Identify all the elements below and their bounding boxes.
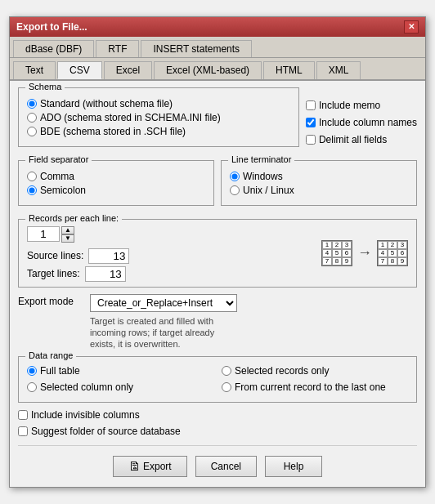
- cancel-button-label: Cancel: [211, 461, 241, 472]
- unix-row: Unix / Linux: [230, 185, 408, 196]
- tab-text[interactable]: Text: [13, 61, 56, 79]
- include-memo-checkbox[interactable]: [306, 100, 316, 110]
- schema-standard-radio[interactable]: [27, 99, 37, 109]
- close-button[interactable]: ✕: [404, 20, 419, 33]
- tab-rtf[interactable]: RTF: [96, 40, 139, 57]
- grid-cell: 5: [388, 249, 397, 257]
- export-button[interactable]: 🖺 Export: [113, 456, 187, 477]
- suggest-folder-checkbox[interactable]: [18, 426, 28, 436]
- grid-preview: 1 2 3 4 5 6 7 8 9 → 1 2 3 4 5 6: [321, 240, 408, 266]
- records-stats: ▲ ▼ Source lines: Target lines:: [27, 226, 129, 282]
- windows-radio[interactable]: [230, 172, 240, 181]
- selected-column-row: Selected column only: [27, 381, 213, 393]
- invisible-columns-label: Include invisible columns: [31, 409, 140, 421]
- semicolon-row: Semicolon: [27, 185, 205, 196]
- invisible-columns-checkbox[interactable]: [18, 410, 28, 420]
- target-lines-row: Target lines:: [27, 266, 129, 282]
- grid-cell: 4: [322, 249, 332, 257]
- grid-cell: 7: [378, 257, 388, 265]
- records-group: Records per each line: ▲ ▼ Source lines:: [18, 219, 417, 288]
- schema-group: Schema Standard (without schema file) AD…: [18, 87, 299, 147]
- spinner-buttons: ▲ ▼: [61, 226, 74, 243]
- source-lines-label: Source lines:: [27, 250, 83, 261]
- tab-insert[interactable]: INSERT statements: [141, 40, 252, 57]
- export-button-label: Export: [143, 461, 172, 472]
- source-grid: 1 2 3 4 5 6 7 8 9: [321, 240, 352, 266]
- export-mode-description: Target is created and filled with incomi…: [90, 315, 237, 350]
- include-column-names-checkbox[interactable]: [306, 118, 316, 127]
- target-lines-label: Target lines:: [27, 268, 80, 279]
- schema-ado-label: ADO (schema stored in SCHEMA.INI file): [40, 112, 221, 123]
- grid-cell: 3: [397, 241, 407, 249]
- source-lines-row: Source lines:: [27, 248, 129, 264]
- grid-cell: 6: [342, 249, 352, 257]
- grid-cell: 7: [322, 257, 332, 265]
- windows-row: Windows: [230, 171, 408, 182]
- comma-row: Comma: [27, 171, 205, 182]
- full-table-label: Full table: [40, 365, 80, 377]
- schema-ado-row: ADO (schema stored in SCHEMA.INI file): [27, 112, 290, 123]
- tab-html[interactable]: HTML: [263, 61, 315, 79]
- include-memo-row: Include memo: [306, 100, 417, 111]
- cancel-button[interactable]: Cancel: [195, 456, 257, 477]
- window-title: Export to File...: [16, 21, 87, 33]
- delimit-all-fields-label: Delimit all fields: [319, 134, 387, 145]
- tab-excel[interactable]: Excel: [104, 61, 152, 79]
- tab-csv[interactable]: CSV: [57, 61, 102, 79]
- schema-bde-label: BDE (schema stored in .SCH file): [40, 126, 186, 137]
- grid-cell: 4: [378, 249, 388, 257]
- from-current-label: From current record to the last one: [235, 381, 386, 393]
- grid-cell: 2: [388, 241, 397, 249]
- options-group: Include memo Include column names Delimi…: [306, 87, 417, 154]
- schema-standard-row: Standard (without schema file): [27, 98, 290, 109]
- delimit-all-fields-row: Delimit all fields: [306, 134, 417, 145]
- unix-label: Unix / Linux: [243, 185, 294, 196]
- export-mode-select[interactable]: Create_or_Replace+Insert Append Create_o…: [90, 294, 237, 312]
- full-table-row: Full table: [27, 365, 213, 377]
- delimit-all-fields-checkbox[interactable]: [306, 135, 316, 145]
- comma-radio[interactable]: [27, 172, 37, 181]
- selected-column-radio[interactable]: [27, 382, 37, 392]
- include-column-names-row: Include column names: [306, 117, 417, 128]
- export-mode-label: Export mode: [18, 294, 83, 307]
- tab-dbase[interactable]: dBase (DBF): [13, 40, 94, 57]
- data-range-label: Data range: [25, 350, 76, 360]
- help-button-label: Help: [284, 461, 304, 472]
- schema-ado-radio[interactable]: [27, 113, 37, 123]
- second-tab-bar: Text CSV Excel Excel (XML-based) HTML XM…: [10, 58, 425, 81]
- schema-bde-radio[interactable]: [27, 127, 37, 136]
- source-lines-input[interactable]: [88, 248, 129, 264]
- main-window: Export to File... ✕ dBase (DBF) RTF INSE…: [9, 16, 426, 488]
- schema-standard-label: Standard (without schema file): [40, 98, 173, 109]
- include-column-names-label: Include column names: [319, 117, 417, 128]
- selected-records-row: Selected records only: [222, 365, 408, 377]
- tab-excel-xml[interactable]: Excel (XML-based): [154, 61, 262, 79]
- selected-records-radio[interactable]: [222, 366, 231, 376]
- records-spinner: ▲ ▼: [27, 226, 74, 243]
- semicolon-radio[interactable]: [27, 185, 37, 195]
- suggest-folder-row: Suggest folder of source database: [18, 426, 417, 437]
- data-range-options: Full table Selected records only Selecte…: [27, 365, 408, 395]
- target-lines-input[interactable]: [85, 266, 126, 282]
- spinner-down[interactable]: ▼: [61, 234, 74, 243]
- from-current-row: From current record to the last one: [222, 381, 408, 393]
- unix-radio[interactable]: [230, 185, 240, 195]
- records-per-line-input[interactable]: [27, 226, 60, 242]
- top-tab-bar: dBase (DBF) RTF INSERT statements: [10, 37, 425, 58]
- grid-cell: 8: [332, 257, 342, 265]
- suggest-folder-label: Suggest folder of source database: [31, 426, 181, 437]
- spinner-up[interactable]: ▲: [61, 226, 74, 234]
- field-separator-label: Field separator: [25, 154, 92, 164]
- tab-xml[interactable]: XML: [316, 61, 361, 79]
- from-current-radio[interactable]: [222, 382, 231, 392]
- grid-cell: 8: [388, 257, 397, 265]
- schema-bde-row: BDE (schema stored in .SCH file): [27, 126, 290, 137]
- grid-cell: 5: [332, 249, 342, 257]
- comma-label: Comma: [40, 171, 74, 182]
- line-terminator-group: Line terminator Windows Unix / Linux: [221, 160, 417, 206]
- schema-label: Schema: [25, 82, 65, 91]
- full-table-radio[interactable]: [27, 366, 37, 376]
- help-button[interactable]: Help: [265, 456, 322, 477]
- grid-cell: 1: [322, 241, 332, 249]
- export-mode-row: Export mode Create_or_Replace+Insert App…: [18, 294, 417, 350]
